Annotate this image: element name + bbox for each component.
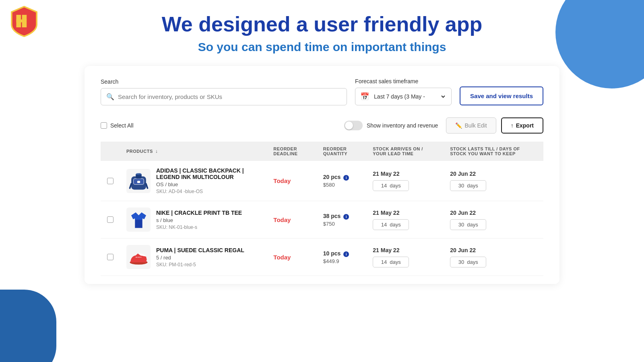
search-row: Search 🔍 Forecast sales timeframe 📅 Last… xyxy=(101,78,543,105)
select-all-wrapper: Select All xyxy=(101,122,134,129)
deadline-cell-1: Today xyxy=(267,201,316,239)
arrives-cell-2: 21 May 22 xyxy=(366,239,444,276)
th-reorder-quantity: REORDER QUANTITY xyxy=(317,142,366,161)
select-all-checkbox[interactable] xyxy=(101,122,107,129)
quantity-cell-2: 10 pcs i $449.9 xyxy=(317,239,366,276)
svg-line-9 xyxy=(146,184,147,188)
toggle-label: Show inventory and revenue xyxy=(367,122,438,129)
product-cell-0: ADI ADIDAS | CLASSIC BACKPACK | LEGEND I… xyxy=(120,161,267,201)
lasts-date-2: 20 Jun 22 xyxy=(450,247,537,253)
th-products-label: PRODUCTS xyxy=(126,149,153,154)
bulk-edit-label: Bulk Edit xyxy=(464,122,487,129)
main-title: We designed a user friendly app xyxy=(0,12,644,36)
product-sku-0: SKU: AD-04 -blue-OS xyxy=(156,189,260,194)
product-info-2: PUMA | SUEDE CLASSIC REGAL 5 / red SKU: … xyxy=(156,247,244,267)
toggle-thumb xyxy=(345,121,353,130)
product-cell-1: NIKE | CRACKLE PRINT TB TEE s / blue SKU… xyxy=(120,201,267,239)
qty-info-icon-0[interactable]: i xyxy=(343,175,349,181)
svg-rect-1 xyxy=(22,15,27,20)
qty-info-icon-2[interactable]: i xyxy=(343,251,349,257)
row-checkbox-2[interactable] xyxy=(107,254,114,260)
product-cell-2: PUMA | SUEDE CLASSIC REGAL 5 / red SKU: … xyxy=(120,239,267,276)
search-icon: 🔍 xyxy=(106,93,114,101)
quantity-cell-0: 20 pcs i $580 xyxy=(317,161,366,201)
row-checkbox-cell xyxy=(101,201,120,239)
arrives-date-0: 21 May 22 xyxy=(373,171,437,177)
product-name-0: ADIDAS | CLASSIC BACKPACK | LEGEND INK M… xyxy=(156,167,260,180)
pencil-icon: ✏️ xyxy=(455,122,462,129)
export-button[interactable]: ↑ Export xyxy=(501,117,543,134)
deadline-cell-0: Today xyxy=(267,161,316,201)
product-sku-2: SKU: PM-01-red-5 xyxy=(156,262,244,267)
th-reorder-deadline: REORDER DEADLINE xyxy=(267,142,316,161)
product-name-2: PUMA | SUEDE CLASSIC REGAL xyxy=(156,247,244,253)
arrives-days-input-2[interactable] xyxy=(373,257,409,267)
product-variant-1: s / blue xyxy=(156,217,242,223)
svg-rect-7 xyxy=(137,181,140,183)
qty-price-1: $750 xyxy=(323,221,360,227)
product-variant-2: 5 / red xyxy=(156,255,244,261)
qty-price-2: $449.9 xyxy=(323,258,360,264)
table-row: NIKE | CRACKLE PRINT TB TEE s / blue SKU… xyxy=(101,201,543,239)
th-stock-lasts: STOCK LASTS TILL / DAYS OF STOCK YOU WAN… xyxy=(444,142,543,161)
table-body: ADI ADIDAS | CLASSIC BACKPACK | LEGEND I… xyxy=(101,161,543,276)
lasts-date-0: 20 Jun 22 xyxy=(450,171,537,177)
product-info-1: NIKE | CRACKLE PRINT TB TEE s / blue SKU… xyxy=(156,210,242,230)
export-label: Export xyxy=(516,122,534,129)
content-card: Search 🔍 Forecast sales timeframe 📅 Last… xyxy=(85,66,559,284)
sort-icon: ↓ xyxy=(155,148,158,154)
lasts-days-input-2[interactable] xyxy=(450,257,486,267)
export-icon: ↑ xyxy=(511,122,514,129)
svg-text:ADI: ADI xyxy=(136,172,141,176)
forecast-group: Forecast sales timeframe 📅 Last 7 days (… xyxy=(355,78,452,105)
sub-title: So you can spend time on important thing… xyxy=(0,40,644,54)
product-name-1: NIKE | CRACKLE PRINT TB TEE xyxy=(156,210,242,216)
forecast-select-wrapper: 📅 Last 7 days (3 May - Last 14 days Last… xyxy=(355,88,452,105)
products-table: PRODUCTS ↓ REORDER DEADLINE REORDER QUAN… xyxy=(101,142,543,276)
table-header: PRODUCTS ↓ REORDER DEADLINE REORDER QUAN… xyxy=(101,142,543,161)
lasts-date-1: 20 Jun 22 xyxy=(450,210,537,216)
toolbar-row: Select All Show inventory and revenue ✏️… xyxy=(101,117,543,134)
row-checkbox-1[interactable] xyxy=(107,216,114,223)
arrives-cell-0: 21 May 22 xyxy=(366,161,444,201)
search-group: Search 🔍 xyxy=(101,78,347,105)
action-buttons: ✏️ Bulk Edit ↑ Export xyxy=(446,117,543,134)
header-section: We designed a user friendly app So you c… xyxy=(0,0,644,54)
toggle-wrapper: Show inventory and revenue xyxy=(344,121,438,130)
product-image-2 xyxy=(126,245,151,269)
th-stock-arrives: STOCK ARRIVES ON / YOUR LEAD TIME xyxy=(366,142,444,161)
forecast-select[interactable]: Last 7 days (3 May - Last 14 days Last 3… xyxy=(372,93,446,100)
arrives-cell-1: 21 May 22 xyxy=(366,201,444,239)
qty-value-1: 38 pcs i xyxy=(323,213,360,220)
lasts-days-input-0[interactable] xyxy=(450,180,486,191)
calendar-icon: 📅 xyxy=(360,92,369,101)
svg-marker-12 xyxy=(131,212,146,220)
row-checkbox-0[interactable] xyxy=(107,178,114,184)
inventory-toggle[interactable] xyxy=(344,121,363,130)
product-info-0: ADIDAS | CLASSIC BACKPACK | LEGEND INK M… xyxy=(156,167,260,194)
bg-decoration-arc xyxy=(0,290,56,362)
lasts-days-input-1[interactable] xyxy=(450,219,486,230)
svg-line-8 xyxy=(130,184,131,188)
arrives-date-1: 21 May 22 xyxy=(373,210,437,216)
arrives-days-input-1[interactable] xyxy=(373,219,409,230)
arrives-days-input-0[interactable] xyxy=(373,180,409,191)
quantity-cell-1: 38 pcs i $750 xyxy=(317,201,366,239)
deadline-cell-2: Today xyxy=(267,239,316,276)
row-checkbox-cell xyxy=(101,161,120,201)
product-image-0: ADI xyxy=(126,169,151,193)
logo xyxy=(8,5,40,37)
qty-value-2: 10 pcs i xyxy=(323,250,360,257)
save-view-results-button[interactable]: Save and view results xyxy=(460,86,543,106)
qty-value-0: 20 pcs i xyxy=(323,174,360,181)
product-sku-1: SKU: NK-01-blue-s xyxy=(156,224,242,230)
svg-rect-2 xyxy=(22,22,27,27)
row-checkbox-cell xyxy=(101,239,120,276)
lasts-cell-2: 20 Jun 22 xyxy=(444,239,543,276)
bulk-edit-button[interactable]: ✏️ Bulk Edit xyxy=(446,117,496,134)
qty-info-icon-1[interactable]: i xyxy=(343,214,349,220)
table-row: ADI ADIDAS | CLASSIC BACKPACK | LEGEND I… xyxy=(101,161,543,201)
lasts-cell-1: 20 Jun 22 xyxy=(444,201,543,239)
search-input[interactable] xyxy=(101,88,347,105)
forecast-label: Forecast sales timeframe xyxy=(355,78,452,84)
